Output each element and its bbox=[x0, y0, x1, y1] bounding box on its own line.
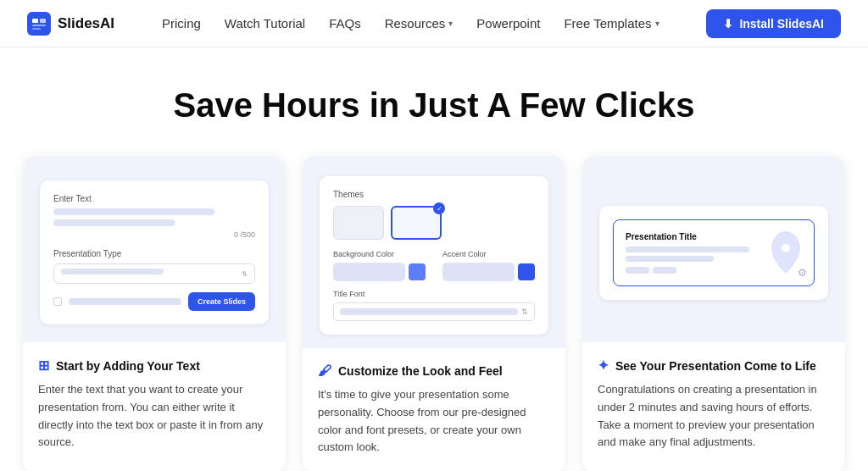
pres-type-select[interactable]: ⇅ bbox=[53, 263, 255, 284]
hero-title: Save Hours in Just A Few Clicks bbox=[17, 85, 851, 125]
cards-row: Enter Text 0 /500 Presentation Type ⇅ Cr… bbox=[0, 156, 868, 471]
slide-bar-2 bbox=[626, 256, 714, 262]
step-1-title: ⊞ Start by Adding Your Text bbox=[38, 357, 270, 374]
settings-icon: ⚙ bbox=[798, 267, 807, 279]
slide-tag-2 bbox=[653, 267, 676, 274]
font-label: Title Font bbox=[333, 290, 535, 298]
nav-faqs[interactable]: FAQs bbox=[329, 16, 361, 30]
bg-color-group: Background Color bbox=[333, 250, 426, 281]
nav-resources[interactable]: Resources ▾ bbox=[385, 16, 453, 30]
sparkle-icon: ✦ bbox=[598, 357, 609, 374]
card-3-body: ✦ See Your Presentation Come to Life Con… bbox=[582, 342, 845, 468]
card-1-body: ⊞ Start by Adding Your Text Enter the te… bbox=[23, 342, 286, 468]
create-slides-button[interactable]: Create Slides bbox=[188, 292, 255, 311]
pres-type-label: Presentation Type bbox=[53, 249, 255, 258]
step-3-title: ✦ See Your Presentation Come to Life bbox=[598, 357, 830, 374]
grid-icon: ⊞ bbox=[38, 357, 49, 374]
card-3-mockup: Presentation Title ⚙ bbox=[582, 156, 845, 342]
svg-rect-4 bbox=[32, 28, 41, 30]
step-1-desc: Enter the text that you want to create y… bbox=[38, 381, 270, 452]
card-step-1: Enter Text 0 /500 Presentation Type ⇅ Cr… bbox=[23, 156, 286, 471]
font-select[interactable]: ⇅ bbox=[333, 302, 535, 321]
svg-point-5 bbox=[782, 244, 790, 252]
char-counter: 0 /500 bbox=[53, 230, 255, 239]
select-arrow-icon: ⇅ bbox=[242, 270, 248, 278]
step-3-desc: Congratulations on creating a presentati… bbox=[598, 381, 830, 452]
download-icon: ⬇ bbox=[723, 17, 733, 30]
accent-color-group: Accent Color bbox=[442, 250, 535, 281]
step-2-desc: It's time to give your presentation some… bbox=[318, 386, 550, 457]
navbar: SlidesAI Pricing Watch Tutorial FAQs Res… bbox=[0, 0, 868, 47]
card-step-2: Themes ✓ Background Color bbox=[303, 156, 565, 471]
hero-section: Save Hours in Just A Few Clicks bbox=[0, 47, 868, 156]
accent-swatch-row bbox=[442, 263, 535, 281]
slide-tag-1 bbox=[626, 267, 649, 274]
card-2-mockup: Themes ✓ Background Color bbox=[303, 156, 565, 348]
bg-color-bar bbox=[333, 263, 405, 281]
card-2-body: 🖌 Customize the Look and Feel It's time … bbox=[303, 348, 565, 471]
bg-swatch-row bbox=[333, 263, 426, 281]
checkbox-label-bar bbox=[69, 298, 181, 305]
install-button[interactable]: ⬇ Install SlidesAI bbox=[706, 9, 841, 38]
mockup-form: Enter Text 0 /500 Presentation Type ⇅ Cr… bbox=[40, 180, 269, 324]
mockup-themes: Themes ✓ Background Color bbox=[320, 176, 548, 335]
svg-rect-1 bbox=[32, 19, 38, 23]
logo-icon bbox=[27, 12, 51, 36]
nav-powerpoint[interactable]: Powerpoint bbox=[476, 16, 540, 30]
nav-watch-tutorial[interactable]: Watch Tutorial bbox=[225, 16, 305, 30]
bottom-row: Create Slides bbox=[53, 292, 255, 311]
themes-label: Themes bbox=[333, 190, 535, 199]
logo[interactable]: SlidesAI bbox=[27, 12, 114, 36]
accent-color-dot[interactable] bbox=[518, 263, 535, 280]
enter-text-label: Enter Text bbox=[53, 194, 255, 203]
card-1-mockup: Enter Text 0 /500 Presentation Type ⇅ Cr… bbox=[23, 156, 286, 342]
card-step-3: Presentation Title ⚙ ✦ See Your Presenta… bbox=[582, 156, 845, 471]
chevron-down-icon: ▾ bbox=[655, 19, 659, 28]
theme-selected-check: ✓ bbox=[433, 202, 445, 214]
svg-rect-0 bbox=[27, 12, 51, 36]
nav-pricing[interactable]: Pricing bbox=[162, 16, 201, 30]
svg-rect-3 bbox=[32, 25, 46, 26]
font-bar bbox=[340, 308, 518, 315]
logo-text: SlidesAI bbox=[58, 15, 114, 32]
accent-color-bar bbox=[442, 263, 515, 281]
select-value-bar bbox=[61, 269, 164, 274]
theme-box-2[interactable]: ✓ bbox=[391, 206, 442, 240]
theme-box-1[interactable] bbox=[333, 206, 384, 240]
mockup-preview: Presentation Title ⚙ bbox=[599, 206, 828, 300]
slide-preview: Presentation Title ⚙ bbox=[613, 219, 815, 286]
step-2-title: 🖌 Customize the Look and Feel bbox=[318, 363, 550, 379]
colors-row: Background Color Accent Color bbox=[333, 250, 535, 281]
svg-rect-2 bbox=[40, 19, 46, 23]
text-bar-1 bbox=[53, 208, 214, 215]
font-select-arrow: ⇅ bbox=[521, 308, 528, 316]
brush-icon: 🖌 bbox=[318, 363, 331, 379]
checkbox[interactable] bbox=[53, 297, 62, 306]
nav-links: Pricing Watch Tutorial FAQs Resources ▾ … bbox=[162, 16, 659, 30]
chevron-down-icon: ▾ bbox=[448, 19, 453, 28]
text-bar-2 bbox=[53, 219, 175, 226]
bg-color-dot[interactable] bbox=[409, 263, 426, 280]
themes-row: ✓ bbox=[333, 206, 535, 240]
nav-free-templates[interactable]: Free Templates ▾ bbox=[564, 16, 659, 30]
slide-bar-1 bbox=[626, 247, 749, 252]
